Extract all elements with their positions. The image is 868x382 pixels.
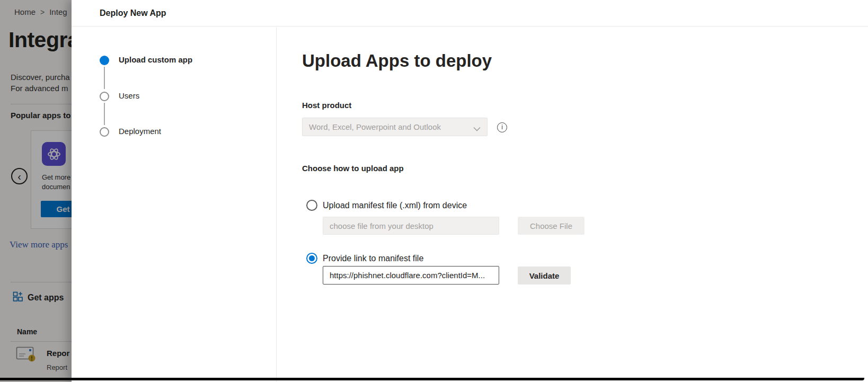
step-indicator-active [100,56,109,65]
step-upload-custom-app: Upload custom app [119,55,192,64]
step-connector [104,67,105,89]
manifest-file-input[interactable] [323,217,499,235]
upload-file-radio-label[interactable]: Upload manifest file (.xml) from device [323,201,467,210]
upload-file-radio[interactable] [306,200,317,211]
deploy-new-app-panel: Deploy New App Upload custom app Users D… [72,0,868,382]
provide-link-radio[interactable] [306,253,317,264]
panel-header: Deploy New App [72,0,868,26]
choose-file-button[interactable]: Choose File [518,217,584,235]
divider [276,27,277,382]
step-indicator [100,127,109,137]
modal-dim-overlay [0,0,72,382]
panel-title: Deploy New App [100,0,166,26]
step-connector [104,103,105,125]
provide-link-radio-label[interactable]: Provide link to manifest file [323,254,423,263]
window-bottom-edge [0,378,864,380]
screen: Home>Integ Integra Discover, purcha For … [0,0,868,382]
step-indicator [100,92,109,101]
chevron-down-icon [473,124,481,134]
host-product-value: Word, Excel, Powerpoint and Outlook [309,118,441,136]
host-product-label: Host product [302,101,351,110]
host-product-dropdown[interactable]: Word, Excel, Powerpoint and Outlook [302,118,488,136]
step-deployment: Deployment [119,127,161,136]
validate-button[interactable]: Validate [518,266,571,285]
manifest-link-input[interactable] [323,266,499,285]
info-icon[interactable]: i [497,122,507,132]
content-heading: Upload Apps to deploy [302,51,492,71]
step-users: Users [119,91,139,100]
choose-upload-heading: Choose how to upload app [302,164,404,173]
